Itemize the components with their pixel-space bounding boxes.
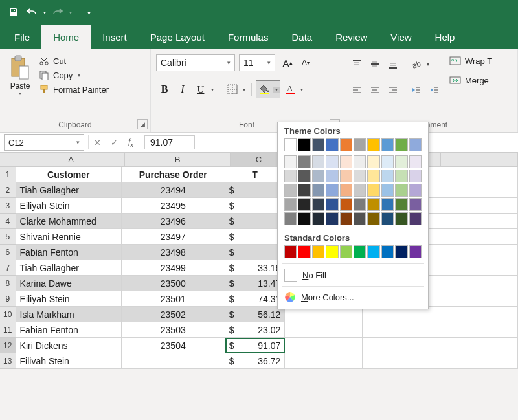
row-header[interactable]: 6 <box>0 245 16 260</box>
cell[interactable]: Shivani Rennie <box>16 229 122 245</box>
cell[interactable]: $91.07 <box>225 338 286 353</box>
color-swatch[interactable] <box>326 184 338 197</box>
redo-button[interactable] <box>49 4 66 21</box>
color-swatch[interactable] <box>409 170 422 182</box>
undo-button[interactable] <box>23 4 40 21</box>
color-swatch[interactable] <box>395 184 407 197</box>
cell[interactable] <box>363 353 440 369</box>
cell[interactable]: Tiah Gallagher <box>16 260 122 276</box>
color-swatch[interactable] <box>381 184 394 197</box>
cell[interactable]: Karina Dawe <box>16 276 122 291</box>
cell[interactable]: 23500 <box>122 276 225 291</box>
cell[interactable] <box>440 245 518 260</box>
format-painter-button[interactable]: Format Painter <box>39 84 109 94</box>
color-swatch[interactable] <box>312 184 324 197</box>
borders-button[interactable] <box>224 81 241 98</box>
tab-page-layout[interactable]: Page Layout <box>139 25 216 49</box>
cell[interactable] <box>285 322 363 338</box>
color-swatch[interactable] <box>340 212 352 225</box>
color-swatch[interactable] <box>326 245 338 258</box>
cell[interactable] <box>440 322 518 338</box>
tab-data[interactable]: Data <box>280 25 324 49</box>
fill-color-dropdown[interactable]: ▾ <box>273 87 280 93</box>
row-header[interactable]: 2 <box>0 182 16 198</box>
color-swatch[interactable] <box>312 138 324 151</box>
color-swatch[interactable] <box>367 170 379 182</box>
align-left-icon[interactable] <box>348 82 365 98</box>
cell[interactable]: $ <box>225 182 286 198</box>
col-header-F[interactable] <box>441 153 518 167</box>
font-size-combo[interactable]: 11▾ <box>239 54 275 71</box>
tab-insert[interactable]: Insert <box>91 25 139 49</box>
cell[interactable] <box>440 291 518 307</box>
color-swatch[interactable] <box>298 170 310 182</box>
enter-icon[interactable]: ✓ <box>106 135 122 150</box>
font-name-combo[interactable]: Calibri▾ <box>156 54 235 71</box>
color-swatch[interactable] <box>354 170 366 182</box>
cell[interactable]: T <box>225 167 286 182</box>
tab-home[interactable]: Home <box>41 25 91 49</box>
color-swatch[interactable] <box>381 212 394 225</box>
cell[interactable] <box>363 338 440 353</box>
tab-formulas[interactable]: Formulas <box>216 25 280 49</box>
row-header[interactable]: 3 <box>0 198 16 214</box>
cancel-icon[interactable]: ✕ <box>89 135 106 150</box>
select-all-corner[interactable] <box>0 153 17 167</box>
fx-icon[interactable]: fx <box>122 135 139 150</box>
color-swatch[interactable] <box>284 245 297 258</box>
cell[interactable]: Fabian Fenton <box>16 245 122 260</box>
row-header[interactable]: 10 <box>0 307 16 322</box>
cell[interactable]: $ <box>225 229 286 245</box>
cell[interactable]: $74.31 <box>225 291 286 307</box>
color-swatch[interactable] <box>354 198 366 211</box>
cell[interactable] <box>440 167 518 182</box>
col-header-B[interactable]: B <box>125 153 230 167</box>
row-header[interactable]: 7 <box>0 260 16 276</box>
align-bottom-icon[interactable] <box>385 56 401 72</box>
color-swatch[interactable] <box>284 170 297 182</box>
color-swatch[interactable] <box>409 138 422 151</box>
cell[interactable]: 23502 <box>122 307 225 322</box>
cell[interactable]: $33.16 <box>225 260 286 276</box>
merge-center-button[interactable]: Merge <box>449 75 492 85</box>
cell[interactable]: $ <box>225 245 286 260</box>
increase-indent-icon[interactable] <box>426 82 443 98</box>
color-swatch[interactable] <box>298 184 310 197</box>
cell[interactable] <box>440 338 518 353</box>
color-swatch[interactable] <box>284 212 297 225</box>
cell[interactable]: Isla Markham <box>16 307 122 322</box>
color-swatch[interactable] <box>367 155 379 168</box>
increase-font-icon[interactable]: A▴ <box>279 54 296 71</box>
color-swatch[interactable] <box>340 184 352 197</box>
cell[interactable] <box>285 338 363 353</box>
cell[interactable]: 23498 <box>122 245 225 260</box>
col-header-A[interactable]: A <box>17 153 125 167</box>
undo-dropdown[interactable]: ▾ <box>41 10 48 16</box>
color-swatch[interactable] <box>367 138 379 151</box>
color-swatch[interactable] <box>381 170 394 182</box>
color-swatch[interactable] <box>395 245 407 258</box>
orientation-dropdown[interactable]: ▾ <box>425 61 431 67</box>
cell[interactable]: 23501 <box>122 291 225 307</box>
cell[interactable]: Kiri Dickens <box>16 338 122 353</box>
color-swatch[interactable] <box>298 245 310 258</box>
decrease-indent-icon[interactable] <box>408 82 425 98</box>
cell[interactable]: 23503 <box>122 322 225 338</box>
cell[interactable]: Tiah Gallagher <box>16 182 122 198</box>
color-swatch[interactable] <box>367 198 379 211</box>
cell[interactable]: Fabian Fenton <box>16 322 122 338</box>
color-swatch[interactable] <box>312 212 324 225</box>
color-swatch[interactable] <box>284 155 297 168</box>
cell[interactable] <box>440 214 518 229</box>
redo-dropdown[interactable]: ▾ <box>67 10 74 16</box>
color-swatch[interactable] <box>409 155 422 168</box>
align-right-icon[interactable] <box>385 82 401 98</box>
cell[interactable]: 23504 <box>122 338 225 353</box>
color-swatch[interactable] <box>367 212 379 225</box>
cell[interactable]: $13.47 <box>225 276 286 291</box>
borders-dropdown[interactable]: ▾ <box>241 87 247 93</box>
color-swatch[interactable] <box>381 155 394 168</box>
cell[interactable]: 23499 <box>122 260 225 276</box>
color-swatch[interactable] <box>367 184 379 197</box>
name-box[interactable]: C12▾ <box>4 134 84 151</box>
